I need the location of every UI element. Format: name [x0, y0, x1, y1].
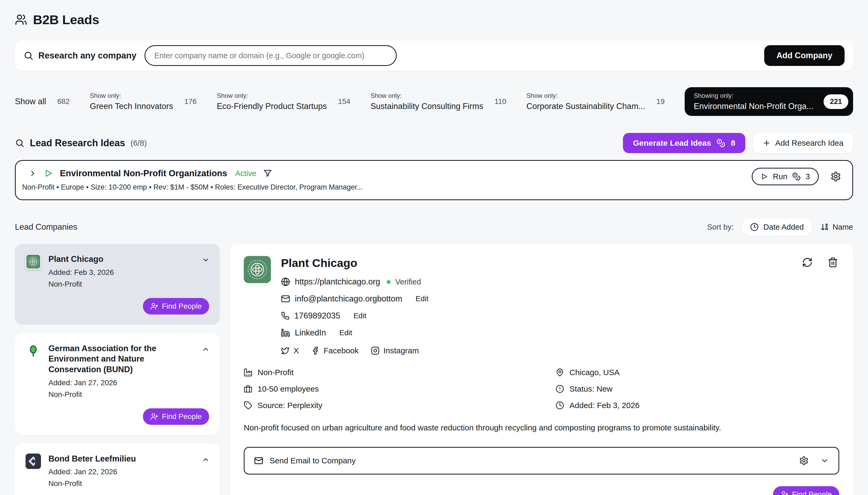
find-people-button[interactable]: Find People — [143, 298, 209, 314]
filter-prefix: Show only: — [526, 92, 645, 99]
alert-circle-icon — [556, 385, 564, 393]
users-icon — [15, 14, 27, 26]
company-phone: 1769892035 — [294, 311, 340, 321]
lead-added-date: Added: Feb 3, 2026 — [48, 268, 114, 277]
filter-sustainability-consulting-firms[interactable]: Show only: Sustainability Consulting Fir… — [371, 92, 506, 111]
find-people-label: Find People — [162, 302, 202, 310]
linkedin-row: LinkedIn Edit — [281, 328, 428, 338]
lead-name: German Association for the Environment a… — [48, 343, 193, 375]
verified-label: Verified — [395, 277, 421, 286]
expand-idea-button[interactable] — [29, 169, 37, 177]
filter-funnel-button[interactable] — [263, 169, 272, 178]
sort-name-button[interactable]: Name — [820, 223, 853, 232]
source-attribute: Source: Perplexity — [244, 401, 556, 410]
location-value: Chicago, USA — [570, 368, 620, 377]
sort-name-label: Name — [833, 223, 853, 232]
idea-summary: Non-Profit • Europe • Size: 10-200 emp •… — [22, 183, 846, 191]
email-row: info@plantchicago.orgbottom Edit — [281, 294, 428, 304]
idea-status-badge: Active — [235, 169, 256, 178]
chevron-down-icon — [202, 256, 210, 264]
x-label: X — [294, 346, 299, 355]
generate-lead-ideas-button[interactable]: Generate Lead Ideas 8 — [623, 133, 745, 153]
add-research-idea-button[interactable]: Add Research Idea — [753, 133, 853, 153]
filter-label: Green Tech Innovators — [90, 102, 173, 111]
research-ideas-counter: (6/8) — [130, 138, 147, 148]
facebook-link[interactable]: Facebook — [311, 346, 359, 355]
website-link[interactable]: https://plantchicago.org — [295, 277, 380, 287]
filter-prefix: Show only: — [217, 92, 327, 99]
source-value: Source: Perplexity — [258, 401, 322, 410]
user-plus-icon — [150, 302, 158, 310]
gear-icon[interactable] — [799, 456, 809, 465]
edit-email-button[interactable]: Edit — [416, 294, 428, 303]
refresh-company-button[interactable] — [802, 257, 813, 268]
sort-za-icon — [820, 223, 829, 231]
play-icon[interactable] — [44, 169, 53, 178]
lead-type: Non-Profit — [48, 390, 193, 399]
add-research-idea-label: Add Research Idea — [775, 138, 844, 148]
facebook-label: Facebook — [324, 346, 359, 355]
filter-count: 176 — [184, 97, 197, 106]
filter-eco-friendly-product-startups[interactable]: Show only: Eco-Friendly Product Startups… — [217, 92, 350, 111]
find-people-button[interactable]: Find People — [143, 408, 209, 425]
instagram-link[interactable]: Instagram — [371, 346, 419, 355]
employees-value: 10-50 employees — [258, 385, 319, 393]
coins-icon — [792, 172, 801, 181]
collapse-card-button[interactable] — [202, 256, 210, 264]
add-company-button[interactable]: Add Company — [764, 45, 845, 66]
filter-show-all[interactable]: Show all 682 — [15, 97, 70, 106]
added-attribute: Added: Feb 3, 2026 — [556, 401, 839, 410]
filter-corporate-sustainability-champions[interactable]: Show only: Corporate Sustainability Cham… — [526, 92, 665, 111]
chevron-down-icon[interactable] — [820, 457, 829, 465]
diamond-logo-icon — [26, 454, 40, 468]
x-link[interactable]: X — [281, 346, 299, 355]
refresh-icon — [802, 257, 813, 268]
bond-beter-leefmilieu-logo — [26, 454, 41, 469]
filter-label: Environmental Non-Profit Orga... — [694, 102, 814, 111]
lead-card-plant-chicago[interactable]: Plant Chicago Added: Feb 3, 2026 Non-Pro… — [15, 244, 220, 325]
location-attribute: Chicago, USA — [556, 368, 839, 377]
plant-chicago-emblem-icon — [246, 258, 269, 281]
map-pin-icon — [556, 368, 564, 377]
collapse-card-button[interactable] — [202, 345, 210, 353]
instagram-label: Instagram — [383, 346, 419, 355]
app-title: B2B Leads — [33, 12, 99, 27]
filter-count: 110 — [494, 97, 506, 106]
filter-environmental-non-profit-active[interactable]: Showing only: Environmental Non-Profit O… — [685, 87, 853, 116]
find-people-button[interactable]: Find People — [773, 486, 839, 495]
user-plus-icon — [150, 413, 158, 421]
filter-green-tech-innovators[interactable]: Show only: Green Tech Innovators 176 — [90, 92, 197, 111]
research-ideas-header: Lead Research Ideas (6/8) Generate Lead … — [15, 133, 853, 153]
edit-linkedin-button[interactable]: Edit — [339, 328, 352, 337]
clock-icon — [750, 223, 759, 231]
chevron-up-icon — [202, 456, 210, 464]
tag-icon — [244, 401, 252, 410]
lead-type: Non-Profit — [48, 280, 114, 288]
sort-date-added-button[interactable]: Date Added — [742, 218, 813, 236]
research-idea-card: Environmental Non-Profit Organizations A… — [15, 160, 853, 200]
filter-prefix: Show only: — [90, 92, 173, 99]
send-email-expander[interactable]: Send Email to Company — [244, 447, 839, 475]
b2b-leads-page: B2B Leads Research any company Add Compa… — [0, 0, 868, 495]
sort-by-label: Sort by: — [707, 223, 734, 232]
lead-name: Bond Beter Leefmilieu — [48, 454, 136, 464]
verified-dot — [387, 280, 391, 284]
collapse-card-button[interactable] — [202, 456, 210, 464]
lead-card-bund[interactable]: German Association for the Environment a… — [15, 333, 220, 435]
run-idea-button[interactable]: Run 3 — [752, 168, 819, 185]
plus-icon — [763, 139, 771, 147]
lead-card-bond-beter-leefmilieu[interactable]: Bond Beter Leefmilieu Added: Jan 22, 202… — [15, 443, 220, 495]
bund-tree-icon — [26, 344, 40, 358]
play-icon — [760, 173, 768, 180]
delete-company-button[interactable] — [828, 257, 838, 268]
gear-icon — [831, 171, 841, 182]
edit-phone-button[interactable]: Edit — [354, 311, 366, 320]
research-company-card: Research any company Add Company — [15, 40, 853, 71]
find-people-label: Find People — [162, 412, 202, 421]
factory-icon — [244, 368, 252, 377]
company-search-input[interactable] — [145, 45, 397, 66]
linkedin-link[interactable]: LinkedIn — [295, 328, 326, 338]
lead-companies-header: Lead Companies Sort by: Date Added Name — [15, 218, 853, 236]
idea-settings-button[interactable] — [831, 171, 841, 182]
briefcase-icon — [244, 385, 252, 393]
